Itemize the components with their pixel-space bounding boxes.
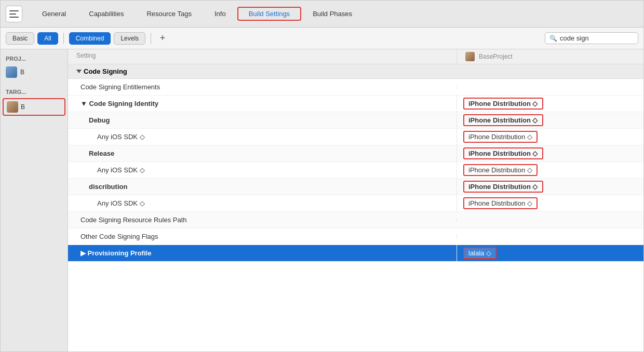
code-signing-section-header[interactable]: Code Signing xyxy=(68,64,643,79)
col-header-setting: Setting xyxy=(68,49,457,64)
main-area: PROJ... B TARG... B Setting BaseProject xyxy=(1,49,643,351)
combined-filter-button[interactable]: Combined xyxy=(69,32,111,45)
setting-value-resource-rules xyxy=(457,218,643,222)
setting-value-provisioning[interactable]: lalala ◇ xyxy=(457,245,643,261)
content-pane: Setting BaseProject Code Signing Code Si… xyxy=(68,49,643,351)
table-row: Any iOS SDK ◇ iPhone Distribution ◇ xyxy=(68,129,643,145)
section-title: Code Signing xyxy=(84,67,127,75)
setting-name-other-flags: Other Code Signing Flags xyxy=(68,229,457,243)
setting-value-other-flags xyxy=(457,235,643,239)
separator2 xyxy=(151,33,151,44)
setting-name-entitlements: Code Signing Entitlements xyxy=(68,80,457,94)
sub-toolbar: Basic All Combined Levels + 🔍 xyxy=(1,28,643,49)
target-item-label: B xyxy=(21,103,25,111)
table-row: Code Signing Resource Rules Path xyxy=(68,212,643,228)
debug-select[interactable]: iPhone Distribution ◇ xyxy=(463,114,543,126)
provisioning-select[interactable]: lalala ◇ xyxy=(463,247,497,259)
setting-value-distribution-sdk[interactable]: iPhone Distribution ◇ xyxy=(457,195,643,211)
add-setting-button[interactable]: + xyxy=(156,32,169,45)
setting-value-entitlements xyxy=(457,85,643,89)
tab-items: General Capabilities Resource Tags Info … xyxy=(31,7,638,21)
distribution-select[interactable]: iPhone Distribution ◇ xyxy=(463,181,543,193)
tab-capabilities[interactable]: Capabilities xyxy=(77,7,135,21)
tab-resource-tags[interactable]: Resource Tags xyxy=(135,7,203,21)
table-row: Other Code Signing Flags xyxy=(68,228,643,245)
setting-value-identity[interactable]: iPhone Distribution ◇ xyxy=(457,96,643,112)
search-icon: 🔍 xyxy=(549,35,557,42)
table-row: Debug iPhone Distribution ◇ xyxy=(68,112,643,129)
setting-name-release-sdk: Any iOS SDK ◇ xyxy=(68,163,457,177)
project-icon xyxy=(6,66,17,78)
target-icon xyxy=(7,101,18,113)
table-row: ▼ Code Signing Identity iPhone Distribut… xyxy=(68,96,643,112)
tab-build-phases[interactable]: Build Phases xyxy=(301,7,364,21)
basic-filter-button[interactable]: Basic xyxy=(6,32,34,45)
table-row: Any iOS SDK ◇ iPhone Distribution ◇ xyxy=(68,162,643,179)
target-section-label: TARG... xyxy=(1,87,68,97)
sidebar-toggle-button[interactable] xyxy=(6,6,22,22)
col-header-project: BaseProject xyxy=(457,49,643,64)
setting-name-provisioning: ▶ Provisioning Profile xyxy=(68,246,457,260)
setting-name-release: Release xyxy=(68,146,457,160)
tab-build-settings[interactable]: Build Settings xyxy=(237,7,302,21)
identity-select[interactable]: iPhone Distribution ◇ xyxy=(463,98,543,110)
setting-value-release[interactable]: iPhone Distribution ◇ xyxy=(457,145,643,161)
setting-name-debug: Debug xyxy=(68,113,457,127)
debug-sdk-select[interactable]: iPhone Distribution ◇ xyxy=(463,131,538,143)
search-input[interactable] xyxy=(560,34,627,42)
table-row: Any iOS SDK ◇ iPhone Distribution ◇ xyxy=(68,195,643,212)
setting-name-identity: ▼ Code Signing Identity xyxy=(68,97,457,111)
tab-bar: General Capabilities Resource Tags Info … xyxy=(1,1,643,28)
setting-value-release-sdk[interactable]: iPhone Distribution ◇ xyxy=(457,162,643,178)
project-section-label: PROJ... xyxy=(1,53,68,64)
project-col-icon xyxy=(465,52,475,61)
setting-name-debug-sdk: Any iOS SDK ◇ xyxy=(68,130,457,144)
setting-name-distribution: discribution xyxy=(68,180,457,194)
separator xyxy=(63,33,64,44)
table-row: Code Signing Entitlements xyxy=(68,79,643,96)
sidebar-target-item[interactable]: B xyxy=(3,98,65,116)
setting-value-debug[interactable]: iPhone Distribution ◇ xyxy=(457,112,643,128)
release-select[interactable]: iPhone Distribution ◇ xyxy=(463,147,543,159)
column-headers: Setting BaseProject xyxy=(68,49,643,64)
project-item-label: B xyxy=(20,69,24,76)
section-collapse-icon xyxy=(76,70,82,73)
setting-value-debug-sdk[interactable]: iPhone Distribution ◇ xyxy=(457,129,643,145)
setting-value-distribution[interactable]: iPhone Distribution ◇ xyxy=(457,179,643,195)
sidebar: PROJ... B TARG... B xyxy=(1,49,68,351)
table-row[interactable]: ▶ Provisioning Profile lalala ◇ xyxy=(68,245,643,262)
release-sdk-select[interactable]: iPhone Distribution ◇ xyxy=(463,164,538,176)
all-filter-button[interactable]: All xyxy=(37,32,58,45)
tab-general[interactable]: General xyxy=(31,7,77,21)
table-row: discribution iPhone Distribution ◇ xyxy=(68,179,643,195)
sidebar-toggle-icon xyxy=(9,10,19,18)
sidebar-project-item[interactable]: B xyxy=(1,64,68,80)
tab-info[interactable]: Info xyxy=(203,7,237,21)
setting-name-resource-rules: Code Signing Resource Rules Path xyxy=(68,213,457,227)
distribution-sdk-select[interactable]: iPhone Distribution ◇ xyxy=(463,197,538,209)
search-box: 🔍 xyxy=(545,32,638,44)
table-row: Release iPhone Distribution ◇ xyxy=(68,145,643,162)
levels-filter-button[interactable]: Levels xyxy=(114,32,145,45)
setting-name-distribution-sdk: Any iOS SDK ◇ xyxy=(68,196,457,210)
app-window: General Capabilities Resource Tags Info … xyxy=(0,0,644,352)
